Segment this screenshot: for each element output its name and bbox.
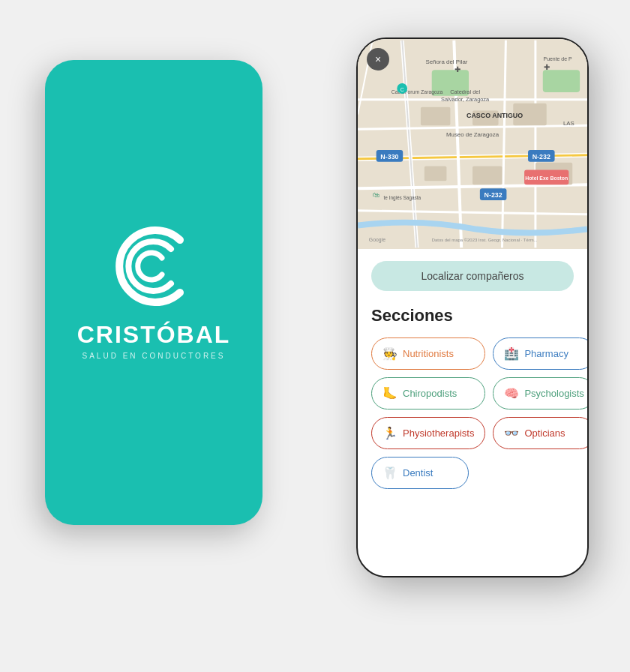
svg-rect-20 <box>424 166 447 182</box>
close-icon: × <box>375 53 381 65</box>
svg-text:✚: ✚ <box>544 63 550 71</box>
scene: CRISTÓBAL SALUD EN CONDUCTORES <box>0 0 630 672</box>
secciones-title: Secciones <box>371 306 574 326</box>
logo-text: CRISTÓBAL SALUD EN CONDUCTORES <box>77 321 231 360</box>
svg-text:Google: Google <box>369 237 386 243</box>
svg-text:Señora del Pilar: Señora del Pilar <box>425 58 467 65</box>
svg-text:N-232: N-232 <box>532 153 550 160</box>
nutritionists-label: Nutritionists <box>403 348 454 359</box>
svg-text:Hotel Exe Boston: Hotel Exe Boston <box>525 176 568 181</box>
psychologists-button[interactable]: 🧠 Psychologists <box>493 377 589 410</box>
svg-text:✚: ✚ <box>454 65 460 74</box>
nutritionists-icon: 🧑‍🍳 <box>382 346 398 361</box>
psychologists-icon: 🧠 <box>504 386 519 400</box>
phone-right: N-330 N-232 N-232 Señora del Pilar Puent… <box>356 38 589 578</box>
dentist-icon: 🦷 <box>382 466 398 480</box>
svg-text:N-232: N-232 <box>484 191 502 199</box>
phone-left: CRISTÓBAL SALUD EN CONDUCTORES <box>45 60 262 525</box>
brand-subtitle: SALUD EN CONDUCTORES <box>77 352 231 360</box>
logo-container: CRISTÓBAL SALUD EN CONDUCTORES <box>77 225 231 360</box>
svg-text:Catedral del: Catedral del <box>450 88 480 95</box>
svg-text:Datos del mapa ©2023 Inst. Geo: Datos del mapa ©2023 Inst. Geogr. Nacion… <box>432 238 538 242</box>
sections-grid: 🧑‍🍳 Nutritionists 🏥 Pharmacy 🦶 Chiropodi… <box>371 338 574 449</box>
svg-text:CASCO ANTIGUO: CASCO ANTIGUO <box>466 112 523 119</box>
localizar-button[interactable]: Localizar compañeros <box>371 261 574 291</box>
dentist-button[interactable]: 🦷 Dentist <box>371 457 469 489</box>
map-area: N-330 N-232 N-232 Señora del Pilar Puent… <box>358 39 587 249</box>
chiropodists-button[interactable]: 🦶 Chiropodists <box>371 377 485 410</box>
physiotherapists-label: Physiotherapists <box>403 428 474 439</box>
chiropodists-label: Chiropodists <box>403 388 457 399</box>
opticians-button[interactable]: 👓 Opticians <box>493 417 589 449</box>
opticians-icon: 👓 <box>504 426 519 440</box>
svg-rect-23 <box>472 166 502 185</box>
opticians-label: Opticians <box>524 428 565 439</box>
chiropodists-icon: 🦶 <box>382 386 398 400</box>
svg-text:Museo de Zaragoza: Museo de Zaragoza <box>446 131 500 138</box>
pharmacy-icon: 🏥 <box>504 346 519 361</box>
svg-rect-19 <box>421 107 450 126</box>
svg-text:LAS: LAS <box>563 120 574 127</box>
pharmacy-button[interactable]: 🏥 Pharmacy <box>493 338 589 370</box>
svg-text:Salvador, Zaragoza: Salvador, Zaragoza <box>441 96 490 103</box>
svg-text:🛍: 🛍 <box>373 191 380 199</box>
svg-text:C: C <box>400 87 404 92</box>
map-close-button[interactable]: × <box>367 48 389 70</box>
svg-rect-26 <box>543 70 580 92</box>
dentist-label: Dentist <box>403 467 433 478</box>
cristobal-logo-icon <box>112 225 195 308</box>
pharmacy-label: Pharmacy <box>524 348 568 359</box>
app-content: Localizar compañeros Secciones 🧑‍🍳 Nutri… <box>358 249 587 501</box>
brand-name: CRISTÓBAL <box>77 321 231 349</box>
svg-text:Puente de P: Puente de P <box>544 56 572 62</box>
psychologists-label: Psychologists <box>524 388 584 399</box>
physiotherapists-button[interactable]: 🏃 Physiotherapists <box>371 417 485 449</box>
svg-text:N-330: N-330 <box>380 153 398 160</box>
dentist-row: 🦷 Dentist <box>371 457 574 489</box>
physiotherapists-icon: 🏃 <box>382 426 398 440</box>
svg-text:te Inglés Sagasta: te Inglés Sagasta <box>384 195 422 201</box>
nutritionists-button[interactable]: 🧑‍🍳 Nutritionists <box>371 338 485 370</box>
